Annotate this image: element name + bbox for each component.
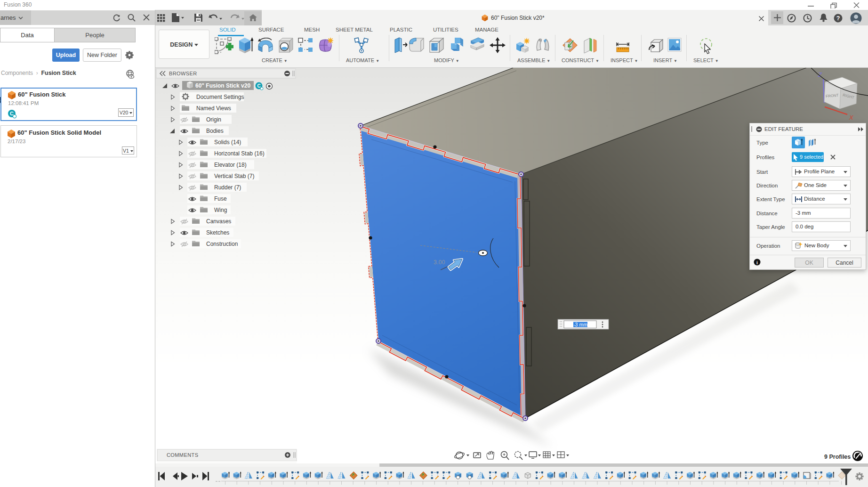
svg-text:-3 mm: -3 mm bbox=[573, 322, 587, 327]
svg-text:C: C bbox=[257, 83, 260, 89]
svg-text:Canvases: Canvases bbox=[206, 218, 231, 225]
svg-text:Bodies: Bodies bbox=[206, 128, 224, 134]
svg-text:Rudder (7): Rudder (7) bbox=[214, 184, 241, 191]
svg-text:X: X bbox=[849, 114, 854, 121]
svg-text:9 Profiles: 9 Profiles bbox=[824, 454, 851, 460]
svg-text:60" Fusion Stick v20: 60" Fusion Stick v20 bbox=[195, 82, 250, 89]
svg-text:Origin: Origin bbox=[206, 116, 221, 123]
svg-text:Wing: Wing bbox=[214, 207, 227, 213]
svg-text:COMMENTS: COMMENTS bbox=[167, 452, 198, 458]
svg-text:?: ? bbox=[836, 15, 840, 22]
svg-text:BROWSER: BROWSER bbox=[169, 71, 197, 76]
svg-text:Solids (14): Solids (14) bbox=[214, 139, 241, 146]
svg-text:Sketches: Sketches bbox=[206, 229, 229, 236]
svg-text:Named Views: Named Views bbox=[196, 105, 231, 112]
svg-text:Vertical Stab (7): Vertical Stab (7) bbox=[214, 173, 254, 179]
svg-text:Construction: Construction bbox=[206, 241, 238, 247]
svg-text:3.00: 3.00 bbox=[434, 259, 445, 266]
svg-text:Elevator (18): Elevator (18) bbox=[214, 162, 247, 168]
svg-text:Fuse: Fuse bbox=[214, 195, 227, 202]
svg-text:Document Settings: Document Settings bbox=[196, 94, 244, 100]
svg-text:Horizontal Stab (16): Horizontal Stab (16) bbox=[214, 150, 265, 157]
svg-text:i: i bbox=[756, 260, 758, 265]
